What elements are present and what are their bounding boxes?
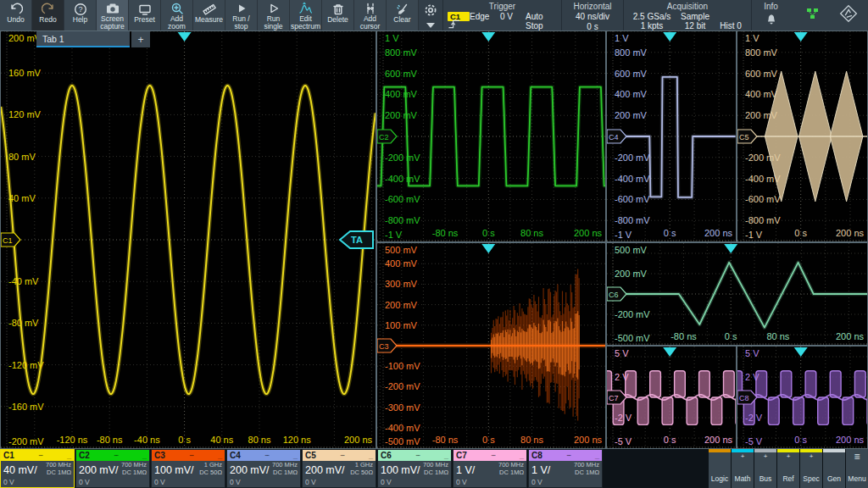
channel-badge-c1[interactable]: C1∙∙∙∙∙_40 mV/700 MHzDC 1MΩ0 V — [0, 449, 75, 488]
trigger-position-marker[interactable] — [794, 347, 808, 357]
menu-button[interactable]: ≡Menu — [846, 449, 868, 488]
minimize-icon[interactable]: _ — [595, 454, 599, 458]
trigger-position-marker[interactable] — [178, 32, 192, 42]
add-zoom-button[interactable]: Add zoom — [161, 0, 193, 30]
bell-icon[interactable] — [765, 13, 778, 30]
waveform-panel-c8[interactable]: 5 V2 V-2 V-5 V0 s200 nsC8 — [737, 346, 868, 449]
svg-text:C3: C3 — [379, 342, 389, 351]
edit-spectrum-button[interactable]: Edit spectrum — [290, 0, 322, 30]
svg-text:-2 V: -2 V — [745, 413, 763, 423]
preset-button[interactable]: Preset — [129, 0, 161, 30]
channel-badge-c3[interactable]: C3∙∙∙∙∙_100 mV/1 GHzDC 50Ω0 V — [151, 449, 225, 488]
svg-text:-200 mV: -200 mV — [385, 381, 420, 391]
waveform-panel-c2[interactable]: 1 V800 mV600 mV400 mV200 mV-200 mV-400 m… — [376, 30, 606, 242]
channel-header: C5∙∙∙∙∙_ — [303, 450, 376, 461]
add-tab-button[interactable]: + — [131, 31, 150, 47]
screen-capture-button[interactable]: Screen capture — [97, 0, 129, 30]
svg-text:80 ns: 80 ns — [248, 435, 271, 445]
toolbar: UndoRedo?HelpScreen capturePresetAdd zoo… — [0, 0, 868, 30]
mini-waveform-icon: ∙∙∙∙∙ — [90, 452, 142, 458]
gear-icon[interactable] — [423, 3, 438, 21]
minimize-icon[interactable]: _ — [218, 454, 222, 458]
channel-badge-c5[interactable]: C5∙∙∙∙∙_200 mV/1 GHzDC 50Ω0 V — [302, 449, 376, 488]
ref-button[interactable]: +Ref — [777, 449, 799, 488]
channel-badge-c7[interactable]: C7∙∙∙∙∙_1 V/700 MHzDC 1MΩ0 V — [453, 449, 527, 488]
mini-waveform-icon: ∙∙∙∙∙ — [467, 452, 520, 458]
minimize-icon[interactable]: _ — [67, 454, 71, 458]
channel-id: C5 — [305, 451, 316, 460]
channel-body: 100 mV/1 GHzDC 50Ω0 V — [152, 461, 225, 487]
horizontal-section[interactable]: Horizontal 40 ns/div 0 s — [561, 0, 623, 30]
svg-text:-80 ns: -80 ns — [670, 331, 697, 341]
info-section[interactable]: Info — [751, 0, 790, 30]
run-single-button[interactable]: Run single — [258, 0, 290, 30]
channel-header: C4∙∙∙∙∙_ — [227, 450, 300, 461]
trigger-position-marker[interactable] — [794, 32, 808, 42]
waveform-panel-c6[interactable]: 500 mV200 mV-200 mV-500 mV-80 ns0 s80 ns… — [606, 242, 868, 346]
waveform-panel-c4[interactable]: 1 V800 mV600 mV400 mV200 mV-200 mV-400 m… — [606, 30, 737, 242]
channel-level-marker[interactable]: C2 — [377, 130, 397, 143]
network-status-icon[interactable] — [805, 7, 820, 24]
delete-button[interactable]: Delete — [322, 0, 354, 30]
minimize-icon[interactable]: _ — [142, 454, 147, 458]
minimize-icon[interactable]: _ — [444, 454, 448, 458]
channel-level-marker[interactable]: C1 — [1, 233, 20, 247]
horizontal-title: Horizontal — [566, 2, 619, 11]
channel-badge-c4[interactable]: C4∙∙∙∙∙_200 mV/700 MHzDC 1MΩ0 V — [226, 449, 301, 488]
redo-button[interactable]: Redo — [32, 0, 64, 30]
svg-text:0 s: 0 s — [794, 435, 807, 445]
logic-button[interactable]: Logic — [709, 449, 731, 488]
channel-level-marker[interactable]: C3 — [377, 339, 397, 352]
channel-offset: 0 V — [531, 478, 542, 486]
channel-badge-c2[interactable]: C2∙∙∙∙∙_200 mV/700 MHzDC 1MΩ0 V — [75, 449, 150, 488]
trigger-state: Stop — [526, 21, 554, 30]
waveform-panel-c3[interactable]: 500 mV400 mV300 mV200 mV100 mV-100 mV-20… — [376, 242, 606, 449]
minimize-icon[interactable]: _ — [520, 454, 524, 458]
tab-1[interactable]: Tab 1 — [36, 31, 130, 47]
measure-button[interactable]: Measure — [193, 0, 225, 30]
add-cursor-button[interactable]: Add cursor — [354, 0, 387, 30]
trigger-position-marker[interactable] — [481, 244, 495, 253]
trigger-position-marker[interactable] — [481, 32, 495, 42]
svg-text:200 ns: 200 ns — [344, 435, 373, 445]
svg-text:5 V: 5 V — [745, 348, 760, 358]
channel-level-marker[interactable]: C5 — [737, 130, 757, 143]
svg-text:-80 ns: -80 ns — [432, 228, 459, 238]
channel-badge-c6[interactable]: C6∙∙∙∙∙_100 mV/700 MHzDC 1MΩ0 V — [377, 449, 452, 488]
bottom-bar-spacer — [604, 449, 708, 488]
bus-button[interactable]: +Bus — [754, 449, 776, 488]
svg-text:100 mV: 100 mV — [385, 320, 418, 330]
help-icon: ? — [74, 2, 87, 16]
svg-text:-40 ns: -40 ns — [134, 435, 160, 445]
play-icon — [235, 2, 248, 15]
trigger-position-marker[interactable] — [663, 347, 676, 357]
trigger-position-marker[interactable] — [663, 32, 676, 42]
undo-button[interactable]: Undo — [0, 0, 32, 30]
channel-bandwidth-coupling: 700 MHzDC 1MΩ — [272, 462, 298, 476]
svg-text:200 mV: 200 mV — [385, 300, 418, 310]
trigger-section[interactable]: Trigger C1 Edge 0 V Auto Stop — [442, 0, 561, 30]
svg-text:200 mV: 200 mV — [615, 110, 648, 120]
channel-badge-c8[interactable]: C8∙∙∙∙∙_1 V/700 MHzDC 1MΩ0 V — [528, 449, 603, 488]
acquisition-section[interactable]: Acquisition 2.5 GSa/s Sample 1 kpts 12 b… — [623, 0, 751, 30]
channel-id: C1 — [3, 451, 14, 460]
channel-level-marker[interactable]: C6 — [607, 287, 626, 301]
minimize-icon[interactable]: _ — [293, 454, 298, 458]
waveform-panel-c1[interactable]: 200 mV160 mV120 mV80 mV40 mV-40 mV-80 mV… — [0, 30, 376, 449]
gen-button[interactable]: Gen — [823, 449, 845, 488]
chevron-down-icon[interactable] — [426, 23, 435, 28]
run-stop-button[interactable]: Run / stop — [225, 0, 258, 30]
math-button[interactable]: +Math — [732, 449, 754, 488]
mini-waveform-icon: ∙∙∙∙∙ — [542, 452, 595, 458]
channel-level-marker[interactable]: C4 — [607, 130, 626, 143]
trigger-level-marker[interactable]: TA — [340, 231, 373, 248]
undo-label: Undo — [7, 16, 24, 24]
clear-button[interactable]: Clear — [387, 0, 419, 30]
help-button[interactable]: ?Help — [64, 0, 97, 30]
trigger-position-marker[interactable] — [724, 244, 737, 253]
minimize-icon[interactable]: _ — [369, 454, 373, 458]
spec-button[interactable]: +Spec — [800, 449, 822, 488]
waveform-panel-c5[interactable]: 1 V800 mV600 mV400 mV200 mV-200 mV-400 m… — [737, 30, 868, 242]
toolbar-buttons: UndoRedo?HelpScreen capturePresetAdd zoo… — [0, 0, 419, 30]
waveform-panel-c7[interactable]: 5 V2 V-2 V-5 V0 s200 nsC7 — [606, 346, 737, 449]
